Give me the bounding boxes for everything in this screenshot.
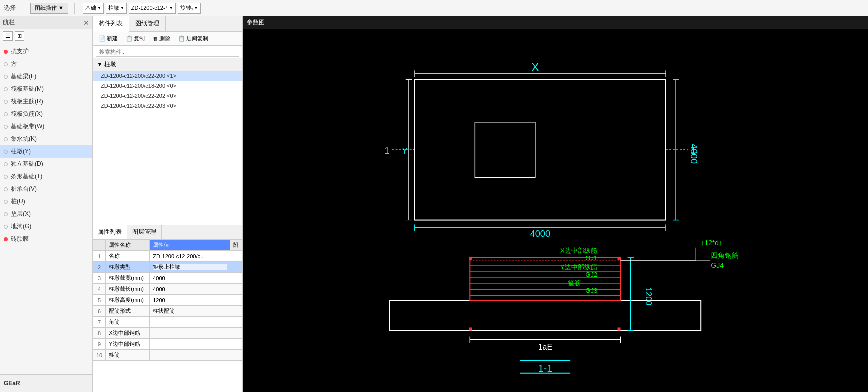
sidebar-item[interactable]: 条形基础(T)	[0, 170, 92, 183]
select-label: 选择	[4, 4, 16, 12]
svg-rect-59	[618, 327, 621, 330]
sidebar-item[interactable]: 方	[0, 58, 92, 70]
col-flag: 附	[230, 240, 242, 251]
property-row-value[interactable]	[150, 317, 230, 328]
cad-header: 参数图	[243, 16, 868, 29]
svg-text:GJ4: GJ4	[711, 261, 724, 269]
layer-copy-icon: 📋	[178, 35, 186, 42]
sidebar-item[interactable]: 基础板带(W)	[0, 120, 92, 133]
property-panel: 属性列表 图层管理 属性名称 属性值 附 1名称ZD-1200-c12-200/…	[93, 225, 242, 392]
svg-text:箍筋: 箍筋	[568, 279, 581, 287]
component-group-header[interactable]: ▼ 柱墩	[93, 58, 242, 71]
property-row-value[interactable]	[150, 339, 230, 350]
property-row-value[interactable]: 1200	[150, 295, 230, 306]
layer-dropdown[interactable]: 基础 ▼	[83, 3, 104, 14]
property-row-value[interactable]: 柱状配筋	[150, 306, 230, 317]
sidebar-item[interactable]: 筏板负筋(X)	[0, 108, 92, 120]
component-tabs: 构件列表 图纸管理	[93, 16, 242, 32]
zd-value: ZD-1200-c12-⁺	[132, 5, 168, 11]
sidebar-close-btn[interactable]: ✕	[84, 19, 90, 27]
tab-property-list[interactable]: 属性列表	[93, 225, 128, 239]
component-list-item[interactable]: ZD-1200-c12-200/c22-203 <0>	[93, 101, 242, 111]
sidebar-item[interactable]: 筏板基础(M)	[0, 83, 92, 95]
sidebar-item[interactable]: 基础梁(F)	[0, 70, 92, 83]
property-row[interactable]: 3柱墩截宽(mm)4000	[94, 273, 242, 284]
sidebar-dot	[4, 87, 8, 91]
component-list-item[interactable]: ZD-1200-c12-200/c18-200 <0>	[93, 81, 242, 91]
svg-text:四角钢筋: 四角钢筋	[711, 251, 739, 259]
component-list-item[interactable]: ZD-1200-c12-200/c22-202 <0>	[93, 91, 242, 101]
sidebar-dot	[4, 150, 8, 154]
property-row-flag	[230, 306, 242, 317]
tab-component-list[interactable]: 构件列表	[93, 16, 130, 32]
property-row[interactable]: 6配筋形式柱状配筋	[94, 306, 242, 317]
sidebar-item[interactable]: 柱墩(Y)	[0, 145, 92, 158]
col-num	[94, 240, 106, 251]
component-list-item[interactable]: ZD-1200-c12-200/c22-200 <1>	[93, 71, 242, 81]
property-row[interactable]: 5柱墩高度(mm)1200	[94, 295, 242, 306]
property-row-flag	[230, 328, 242, 339]
svg-text:1-1: 1-1	[538, 363, 552, 374]
property-row-value[interactable]	[150, 328, 230, 339]
sidebar-dot	[4, 200, 8, 204]
rotate-dropdown[interactable]: 旋转₁ ▼	[178, 3, 201, 14]
component-dropdown[interactable]: 柱墩 ▼	[106, 3, 127, 14]
property-row[interactable]: 9Y边中部钢筋	[94, 339, 242, 350]
property-row-num: 8	[94, 328, 106, 339]
property-row-name: 配筋形式	[106, 306, 150, 317]
cad-canvas[interactable]: X Y 4000 4000 1 1	[243, 29, 868, 391]
new-icon: 📄	[99, 35, 106, 42]
tab-layer-manage[interactable]: 图层管理	[128, 225, 162, 239]
property-row-flag	[230, 284, 242, 295]
tab-drawing-manage[interactable]: 图纸管理	[130, 16, 166, 31]
property-row[interactable]: 8X边中部钢筋	[94, 328, 242, 339]
property-row-value[interactable]	[150, 350, 230, 361]
layer-copy-btn[interactable]: 📋 层间复制	[176, 34, 212, 43]
property-row[interactable]: 4柱墩截长(mm)4000	[94, 284, 242, 295]
sidebar-item[interactable]: 地沟(G)	[0, 220, 92, 233]
sidebar-items: 抗支护方基础梁(F)筏板基础(M)筏板主筋(R)筏板负筋(X)基础板带(W)集水…	[0, 43, 92, 374]
delete-icon: 🗑	[153, 36, 158, 42]
gear-label: GEaR	[4, 380, 20, 387]
sidebar-item[interactable]: 垫层(X)	[0, 208, 92, 220]
property-row[interactable]: 10箍筋	[94, 350, 242, 361]
sidebar-dot	[4, 137, 8, 141]
search-input[interactable]	[96, 47, 240, 57]
property-row-value[interactable]: 4000	[150, 284, 230, 295]
property-row-name: Y边中部钢筋	[106, 339, 150, 350]
copy-btn[interactable]: 📋 复制	[123, 34, 148, 43]
property-row-value[interactable]: 4000	[150, 273, 230, 284]
sidebar-grid-icon[interactable]: ⊞	[15, 31, 24, 41]
delete-btn[interactable]: 🗑 删除	[150, 34, 174, 43]
sidebar-list-icon[interactable]: ☰	[3, 31, 13, 41]
sidebar-dot	[4, 187, 8, 191]
sidebar-item-label: 桩承台(V)	[11, 185, 37, 193]
sidebar-item[interactable]: 桩(U)	[0, 195, 92, 208]
sidebar-item[interactable]: 筏板主筋(R)	[0, 95, 92, 108]
sidebar-item[interactable]: 砖胎膜	[0, 233, 92, 245]
drawing-ops-btn[interactable]: 图纸操作 ▼	[30, 3, 68, 14]
sidebar-item[interactable]: 集水坑(K)	[0, 133, 92, 145]
property-row-value[interactable]: ZD-1200-c12-200/c...	[150, 251, 230, 262]
sidebar-item[interactable]: 独立基础(D)	[0, 158, 92, 170]
sidebar-title: 航栏	[3, 18, 15, 27]
property-row-flag	[230, 262, 242, 273]
svg-rect-58	[469, 327, 472, 330]
property-table-container: 属性名称 属性值 附 1名称ZD-1200-c12-200/c...2柱墩类型3…	[93, 239, 242, 392]
zd-dropdown[interactable]: ZD-1200-c12-⁺ ▼	[129, 3, 176, 14]
property-row-num: 2	[94, 262, 106, 273]
layer-copy-label: 层间复制	[186, 35, 208, 42]
property-row[interactable]: 2柱墩类型	[94, 262, 242, 273]
property-value-input[interactable]	[153, 264, 227, 270]
property-row-value[interactable]	[150, 262, 230, 273]
delete-label: 删除	[160, 35, 170, 42]
svg-text:4000: 4000	[530, 229, 550, 239]
new-btn[interactable]: 📄 新建	[96, 34, 121, 43]
property-row[interactable]: 7角筋	[94, 317, 242, 328]
property-row-name: 柱墩截宽(mm)	[106, 273, 150, 284]
sidebar-item[interactable]: 抗支护	[0, 45, 92, 58]
property-row[interactable]: 1名称ZD-1200-c12-200/c...	[94, 251, 242, 262]
sidebar-item[interactable]: 桩承台(V)	[0, 183, 92, 195]
sidebar-item-label: 筏板负筋(X)	[11, 110, 43, 118]
sidebar-dot	[4, 162, 8, 166]
